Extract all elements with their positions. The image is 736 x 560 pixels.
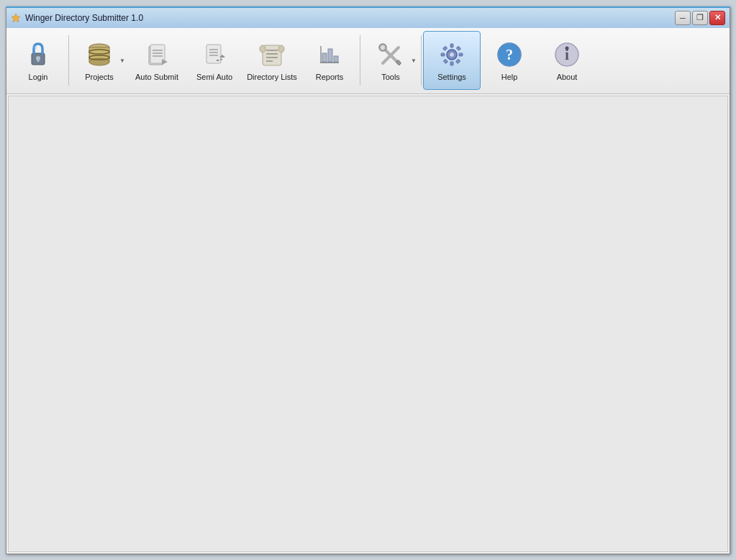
toolbar-item-about[interactable]: i About: [538, 31, 596, 90]
svg-rect-37: [396, 60, 401, 65]
toolbar: Login Projects ▼: [6, 28, 730, 94]
toolbar-item-settings[interactable]: Settings: [423, 31, 481, 90]
svg-marker-0: [12, 14, 20, 22]
content-area: [8, 96, 728, 552]
svg-point-23: [278, 45, 284, 52]
help-icon: ?: [494, 40, 524, 70]
toolbar-label-semiauto: Semi Auto: [196, 73, 232, 82]
svg-rect-47: [455, 60, 460, 64]
svg-rect-30: [328, 49, 332, 62]
toolbar-label-about: About: [557, 73, 578, 82]
svg-rect-3: [37, 58, 40, 62]
svg-rect-29: [322, 53, 327, 62]
svg-text:?: ?: [506, 47, 513, 63]
svg-point-22: [260, 45, 265, 52]
svg-rect-43: [459, 53, 463, 56]
close-button[interactable]: ✕: [709, 11, 725, 25]
lock-icon: [23, 40, 53, 70]
toolbar-label-help: Help: [501, 73, 518, 82]
svg-rect-31: [334, 56, 338, 62]
svg-rect-44: [442, 47, 447, 51]
toolbar-label-login: Login: [29, 73, 48, 82]
tools-icon: [376, 40, 406, 70]
directorylists-icon: [257, 40, 287, 70]
toolbar-label-directorylists: Directory Lists: [247, 73, 297, 82]
toolbar-item-directorylists[interactable]: Directory Lists: [243, 31, 301, 90]
semiauto-icon: [199, 40, 230, 70]
svg-rect-46: [443, 60, 447, 64]
toolbar-item-semiauto[interactable]: Semi Auto: [186, 31, 243, 90]
toolbar-label-projects: Projects: [85, 73, 114, 82]
window-title: Winger Directory Submitter 1.0: [25, 13, 143, 23]
app-window: Winger Directory Submitter 1.0 ─ ❐ ✕: [6, 6, 730, 554]
toolbar-item-help[interactable]: ? Help: [481, 31, 538, 90]
title-bar-controls: ─ ❐ ✕: [675, 11, 725, 25]
svg-rect-45: [456, 47, 460, 51]
svg-point-36: [381, 46, 385, 50]
restore-button[interactable]: ❐: [692, 11, 708, 25]
minimize-button[interactable]: ─: [675, 11, 691, 25]
toolbar-item-login[interactable]: Login: [9, 31, 67, 90]
toolbar-separator-3: [421, 35, 422, 86]
svg-point-39: [450, 52, 455, 58]
toolbar-item-tools[interactable]: Tools ▼: [362, 31, 419, 90]
toolbar-separator-1: [68, 35, 69, 86]
svg-rect-40: [450, 44, 453, 47]
toolbar-item-projects[interactable]: Projects ▼: [71, 31, 128, 90]
svg-rect-41: [450, 62, 453, 65]
projects-dropdown-arrow[interactable]: ▼: [119, 58, 125, 64]
toolbar-item-reports[interactable]: Reports: [301, 31, 358, 90]
svg-rect-42: [441, 53, 445, 56]
projects-icon: [84, 40, 114, 70]
autosubmit-icon: [142, 40, 172, 70]
app-icon: [11, 13, 21, 23]
toolbar-label-reports: Reports: [316, 73, 344, 82]
reports-icon: [314, 40, 345, 70]
about-icon: i: [552, 40, 582, 70]
settings-icon: [437, 40, 467, 70]
tools-dropdown-arrow[interactable]: ▼: [411, 58, 417, 64]
title-bar-left: Winger Directory Submitter 1.0: [11, 13, 143, 23]
toolbar-item-autosubmit[interactable]: Auto Submit: [128, 31, 186, 90]
title-bar: Winger Directory Submitter 1.0 ─ ❐ ✕: [6, 8, 730, 28]
svg-point-53: [565, 47, 569, 50]
toolbar-label-settings: Settings: [437, 73, 466, 82]
toolbar-label-tools: Tools: [381, 73, 400, 82]
toolbar-label-autosubmit: Auto Submit: [135, 73, 178, 82]
toolbar-separator-2: [360, 35, 360, 86]
